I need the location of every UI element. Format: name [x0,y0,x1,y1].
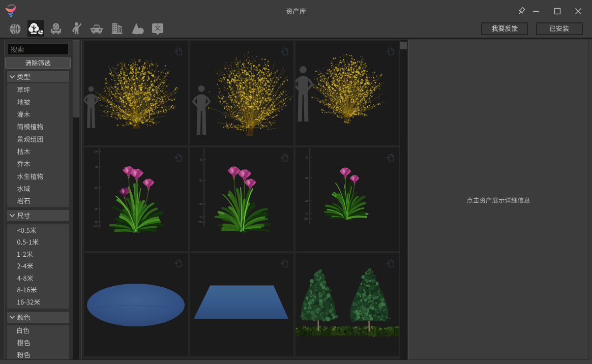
svg-text:75: 75 [305,156,308,159]
svg-text:CM: CM [304,217,308,220]
svg-text:50: 50 [199,179,202,182]
svg-text:50: 50 [95,186,98,189]
svg-text:75: 75 [95,165,98,168]
svg-text:10: 10 [95,220,98,223]
svg-text:25: 25 [305,199,308,202]
svg-text:1M: 1M [94,150,98,153]
svg-text:10: 10 [305,212,308,215]
svg-text:50: 50 [305,176,308,179]
svg-text:CM: CM [198,221,202,224]
svg-text:10: 10 [199,216,202,219]
svg-text:25: 25 [95,207,98,210]
svg-text:25: 25 [199,202,202,205]
svg-text:CM: CM [93,224,98,227]
svg-text:75: 75 [199,158,202,161]
